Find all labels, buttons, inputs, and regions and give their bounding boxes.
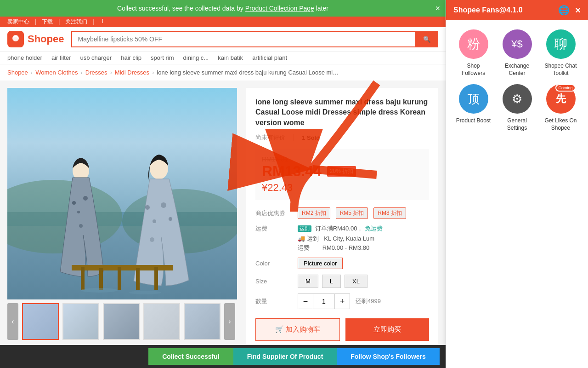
ratings-row: 尚未有评价 | 1 Sold bbox=[255, 133, 429, 142]
cat-tab-6[interactable]: kain batik bbox=[218, 54, 243, 61]
svg-point-23 bbox=[129, 291, 161, 294]
quantity-label: 数量 bbox=[255, 297, 292, 305]
svg-point-9 bbox=[79, 224, 83, 228]
breadcrumb-shopee[interactable]: Shopee bbox=[7, 69, 28, 76]
shipping-label: 运费 bbox=[255, 224, 292, 252]
cat-tab-4[interactable]: sport rim bbox=[151, 54, 174, 61]
ship-icon: 运到 bbox=[298, 225, 311, 232]
follow-shop-followers-button[interactable]: Follow Shop's Followers bbox=[337, 348, 440, 365]
color-row: Color Picture color bbox=[255, 258, 429, 269]
general-settings-icon: ⚙ bbox=[503, 84, 532, 114]
find-supplier-button[interactable]: Find Supplier Of Product bbox=[233, 348, 337, 365]
svg-point-7 bbox=[77, 211, 80, 213]
panel-grid: 粉 Shop Followers ¥$ Exchange Center 聊 Sh… bbox=[446, 20, 588, 141]
breadcrumb-women-clothes[interactable]: Women Clothes bbox=[35, 69, 78, 76]
price-section: RM16.81 RM13.44 20% 折扣 ¥22.43 bbox=[255, 149, 429, 200]
fb-icon[interactable]: f bbox=[102, 18, 103, 26]
panel-item-product-boost[interactable]: 顶 Product Boost bbox=[455, 84, 492, 132]
panel-item-general-settings[interactable]: ⚙ General Settings bbox=[499, 84, 535, 132]
cat-tab-3[interactable]: hair clip bbox=[121, 54, 141, 61]
panel-item-shopee-chat[interactable]: 聊 Shopee Chat Toolkit bbox=[543, 29, 579, 77]
discount-badge: 20% 折扣 bbox=[327, 166, 356, 177]
search-input[interactable] bbox=[71, 31, 416, 47]
main-product-image bbox=[7, 88, 237, 299]
free-ship-text: 免运费 bbox=[365, 225, 383, 232]
seller-nav: 卖家中心 下载 关注我们 f bbox=[0, 17, 446, 27]
panel-item-shop-followers[interactable]: 粉 Shop Followers bbox=[455, 29, 492, 77]
add-to-cart-button[interactable]: 🛒 加入购物车 bbox=[255, 318, 340, 341]
shipping-row: 运费 运到 订单满RM40.00， 免运费 🚚 运到 KL City, Kual… bbox=[255, 224, 429, 252]
download-link[interactable]: 下载 bbox=[42, 18, 60, 26]
voucher-3-button[interactable]: RM8 折扣 bbox=[373, 207, 406, 219]
search-bar: 🔍 bbox=[71, 31, 438, 47]
breadcrumb-dresses[interactable]: Dresses bbox=[85, 69, 107, 76]
general-settings-label: General Settings bbox=[499, 117, 535, 132]
action-buttons: 🛒 加入购物车 立即购买 bbox=[255, 318, 429, 341]
current-price: RM13.44 bbox=[262, 163, 322, 180]
color-label: Color bbox=[255, 260, 292, 267]
svg-point-22 bbox=[81, 288, 118, 293]
voucher-label: 商店优惠券 bbox=[255, 209, 292, 218]
ship-to-row: 🚚 运到 KL City, Kuala Lum bbox=[298, 235, 383, 243]
notif-close-button[interactable]: × bbox=[435, 4, 440, 13]
side-panel: Shopee Fans@4.1.0 🌐 × 粉 Shop Followers ¥… bbox=[446, 0, 588, 368]
breadcrumb-midi-dresses[interactable]: Midi Dresses bbox=[115, 69, 149, 76]
logo: Shopee bbox=[7, 31, 64, 47]
thumbnail-2[interactable] bbox=[103, 303, 140, 340]
notif-link[interactable]: Product Collection Page bbox=[245, 5, 314, 12]
category-tabs: phone holder air filter usb charger hair… bbox=[0, 52, 446, 64]
svg-rect-19 bbox=[118, 267, 121, 290]
thumbnail-3[interactable] bbox=[143, 303, 180, 340]
svg-point-14 bbox=[169, 217, 172, 221]
thumbnail-1[interactable] bbox=[62, 303, 99, 340]
cat-tab-0[interactable]: phone holder bbox=[7, 54, 42, 61]
quantity-increase-button[interactable]: + bbox=[335, 294, 350, 309]
thumbnail-row: ‹ › bbox=[7, 303, 237, 340]
thumbnail-4[interactable] bbox=[184, 303, 220, 340]
size-label: Size bbox=[255, 278, 292, 285]
voucher-1-button[interactable]: RM2 折扣 bbox=[298, 207, 330, 219]
ship-to-icon: 🚚 bbox=[298, 235, 305, 242]
cat-tab-7[interactable]: artificial plant bbox=[252, 54, 287, 61]
svg-rect-18 bbox=[99, 268, 103, 290]
size-xl-button[interactable]: XL bbox=[345, 275, 368, 288]
panel-item-get-likes[interactable]: 先 Coming Get Likes On Shopee bbox=[543, 84, 579, 132]
quantity-input[interactable] bbox=[313, 294, 335, 309]
globe-icon[interactable]: 🌐 bbox=[558, 5, 570, 16]
thumbnail-0[interactable] bbox=[22, 303, 59, 340]
dress-illustration bbox=[7, 88, 237, 299]
exchange-center-icon: ¥$ bbox=[503, 29, 532, 59]
thumb-prev-button[interactable]: ‹ bbox=[7, 303, 18, 340]
cat-tab-5[interactable]: dining c... bbox=[183, 54, 209, 61]
get-likes-label: Get Likes On Shopee bbox=[543, 117, 579, 132]
voucher-row: 商店优惠券 RM2 折扣 RM5 折扣 RM8 折扣 bbox=[255, 207, 429, 219]
get-likes-icon: 先 Coming bbox=[546, 84, 576, 114]
shopee-logo-svg bbox=[10, 34, 21, 45]
size-m-button[interactable]: M bbox=[298, 275, 318, 288]
search-button[interactable]: 🔍 bbox=[416, 31, 438, 47]
size-l-button[interactable]: L bbox=[322, 275, 341, 288]
quantity-decrease-button[interactable]: − bbox=[298, 294, 313, 309]
free-ship-row: 运到 订单满RM40.00， 免运费 bbox=[298, 224, 383, 233]
thumb-next-button[interactable]: › bbox=[224, 303, 235, 340]
panel-header-icons: 🌐 × bbox=[558, 5, 581, 16]
panel-close-button[interactable]: × bbox=[575, 5, 581, 16]
follow-us-link[interactable]: 关注我们 bbox=[65, 18, 94, 26]
cat-tab-2[interactable]: usb charger bbox=[80, 54, 112, 61]
collect-successful-button[interactable]: Collect Successful bbox=[148, 348, 233, 365]
voucher-2-button[interactable]: RM5 折扣 bbox=[336, 207, 368, 219]
cat-tab-1[interactable]: air filter bbox=[51, 54, 71, 61]
panel-title: Shopee Fans@4.1.0 bbox=[453, 6, 523, 14]
panel-item-exchange-center[interactable]: ¥$ Exchange Center bbox=[499, 29, 535, 77]
main-content: ‹ › bbox=[0, 80, 446, 368]
side-panel-header: Shopee Fans@4.1.0 🌐 × bbox=[446, 0, 588, 20]
color-button[interactable]: Picture color bbox=[298, 258, 343, 269]
notif-suffix: later bbox=[316, 5, 328, 12]
logo-icon bbox=[7, 31, 24, 47]
ship-to-label: 运到 bbox=[307, 235, 319, 242]
page-content: Collect successful, see the collected da… bbox=[0, 0, 446, 368]
seller-center-link[interactable]: 卖家中心 bbox=[7, 18, 36, 26]
notif-text: Collect successful, see the collected da… bbox=[117, 5, 245, 12]
header: Shopee 🔍 bbox=[0, 27, 446, 52]
buy-now-button[interactable]: 立即购买 bbox=[345, 318, 429, 341]
